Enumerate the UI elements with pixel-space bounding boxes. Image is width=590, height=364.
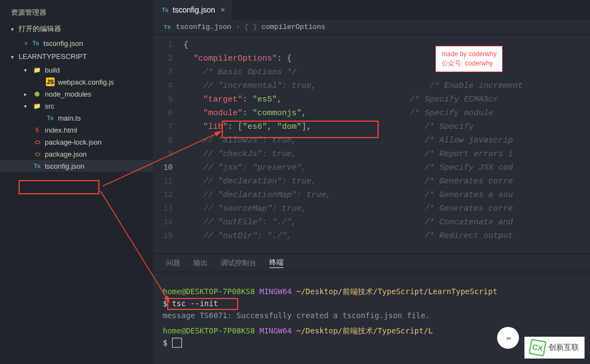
html-icon: 5	[33, 126, 42, 134]
line-number: 3	[153, 65, 184, 79]
ts-icon: Ts	[163, 23, 172, 32]
tree-item-label: webpack.config.js	[58, 78, 114, 86]
panel-tab-output[interactable]: 输出	[193, 258, 208, 268]
tree-item[interactable]: ⬭package-lock.json	[0, 136, 153, 148]
tree-item-label: main.ts	[58, 114, 81, 122]
code-line: "compilerOptions": {	[184, 52, 590, 65]
code-area[interactable]: { "compilerOptions": { /* Basic Options …	[184, 35, 590, 253]
author-note: made by coderwhy 公众号: coderwhy	[435, 46, 503, 72]
code-line: // "declarationMap": true, /* Generates …	[184, 188, 590, 202]
line-number: 7	[153, 120, 184, 134]
panel-tab-bar: 问题 输出 调试控制台 终端	[153, 254, 590, 272]
code-line: "module": "commonjs", /* Specify module	[184, 106, 590, 120]
tree-item[interactable]: 5index.html	[0, 124, 153, 136]
breadcrumb-symbol: compilerOptions	[262, 23, 326, 31]
close-icon[interactable]: ×	[221, 5, 225, 14]
code-line: // "declaration": true, /* Generates cor…	[184, 175, 590, 188]
tree-item-label: package-lock.json	[45, 138, 102, 146]
braces-icon: { }	[244, 23, 257, 31]
editor-tab[interactable]: Ts tsconfig.json ×	[153, 0, 233, 20]
line-number: 2	[153, 52, 184, 65]
code-line: "lib": ["es6", "dom"], /* Specify	[184, 120, 590, 134]
line-number-gutter: 123456789101112131415	[153, 35, 184, 253]
tree-item-label: tsconfig.json	[45, 162, 84, 170]
tree-item[interactable]: Tsmain.ts	[0, 112, 153, 124]
line-number: 14	[153, 216, 184, 229]
breadcrumb[interactable]: Ts tsconfig.json › { } compilerOptions	[153, 20, 590, 35]
folder-icon: 📁	[33, 102, 42, 110]
code-line: "target": "es5", /* Specify ECMAScr	[184, 93, 590, 106]
wechat-icon	[497, 327, 519, 349]
json-icon: ⬭	[33, 150, 42, 158]
tree-item[interactable]: ▸⬢node_modules	[0, 88, 153, 100]
code-editor[interactable]: 123456789101112131415 { "compilerOptions…	[153, 35, 590, 253]
chevron-down-icon: ▾	[11, 54, 16, 59]
line-number: 6	[153, 106, 184, 120]
tree-item-label: build	[45, 66, 60, 74]
folder-icon: 📁	[33, 65, 42, 74]
project-name-label: LEARNTYPESCRIPT	[19, 52, 87, 61]
chevron-down-icon: ▾	[24, 103, 30, 109]
watermark: CX 创新互联	[524, 337, 585, 359]
ts-icon: Ts	[46, 114, 55, 122]
explorer-sidebar: 资源管理器 ▾ 打开的编辑器 ×Tstsconfig.json ▾ LEARNT…	[0, 0, 153, 364]
chevron-down-icon: ▾	[11, 26, 16, 32]
open-editors-section[interactable]: ▾ 打开的编辑器	[0, 21, 153, 37]
chevron-down-icon: ▾	[24, 67, 30, 73]
breadcrumb-file: tsconfig.json	[176, 23, 231, 31]
chevron-right-icon: ›	[235, 23, 240, 31]
editor-tab-bar: Ts tsconfig.json ×	[153, 0, 590, 20]
line-number: 15	[153, 229, 184, 243]
line-number: 10	[153, 161, 184, 175]
tree-item-label: index.html	[45, 126, 77, 134]
open-editors-label: 打开的编辑器	[19, 24, 61, 34]
code-line: {	[184, 38, 590, 52]
ts-icon: Ts	[33, 162, 42, 170]
code-line: // "incremental": true, /* Enable increm…	[184, 79, 590, 93]
nodejs-icon: ⬢	[33, 89, 42, 98]
tree-item[interactable]: ▾📁build	[0, 64, 153, 76]
ts-icon: Ts	[32, 39, 40, 47]
panel-tab-problems[interactable]: 问题	[166, 258, 180, 268]
code-line: /* Basic Options */	[184, 65, 590, 79]
chevron-right-icon: ▸	[24, 91, 30, 97]
code-line: // "jsx": "preserve", /* Specify JSX cod	[184, 161, 590, 175]
line-number: 5	[153, 93, 184, 106]
tab-label: tsconfig.json	[173, 5, 215, 14]
tree-item-label: package.json	[45, 150, 87, 158]
code-line: // "outFile": "./", /* Concatenate and	[184, 216, 590, 229]
project-root[interactable]: ▾ LEARNTYPESCRIPT	[0, 49, 153, 64]
code-line: // "allowJs": true, /* Allow javascrip	[184, 134, 590, 147]
panel-tab-terminal[interactable]: 终端	[269, 258, 284, 268]
line-number: 12	[153, 188, 184, 202]
tree-item-label: node_modules	[45, 90, 91, 98]
line-number: 9	[153, 147, 184, 161]
ts-icon: Ts	[161, 5, 169, 14]
open-editor-item[interactable]: ×Tstsconfig.json	[0, 37, 153, 49]
line-number: 1	[153, 38, 184, 52]
watermark-logo: CX	[529, 339, 546, 356]
panel-tab-debug-console[interactable]: 调试控制台	[221, 258, 256, 268]
close-icon[interactable]: ×	[24, 39, 28, 47]
tree-item[interactable]: JSwebpack.config.js	[0, 76, 153, 88]
line-number: 4	[153, 79, 184, 93]
terminal-line: home@DESKTOP-7P08KS8 MINGW64 ~/Desktop/前…	[163, 285, 580, 297]
js-icon: JS	[46, 77, 55, 86]
terminal-line: message TS6071: Successfully created a t…	[163, 309, 580, 321]
terminal-line: $ tsc --init	[163, 297, 580, 309]
explorer-title: 资源管理器	[0, 4, 153, 21]
tree-item[interactable]: Tstsconfig.json	[0, 160, 153, 172]
tree-item[interactable]: ⬭package.json	[0, 148, 153, 160]
code-line: // "outDir": "./", /* Redirect output	[184, 229, 590, 243]
watermark-text: 创新互联	[548, 343, 579, 353]
code-line: // "sourceMap": true, /* Generates corre	[184, 202, 590, 216]
json-icon: ⬭	[33, 138, 42, 146]
tree-item[interactable]: ▾📁src	[0, 100, 153, 112]
tree-item-label: src	[45, 102, 54, 110]
line-number: 8	[153, 134, 184, 147]
list-item-label: tsconfig.json	[44, 39, 83, 47]
line-number: 13	[153, 202, 184, 216]
line-number: 11	[153, 175, 184, 188]
code-line: // "checkJs": true, /* Report errors i	[184, 147, 590, 161]
